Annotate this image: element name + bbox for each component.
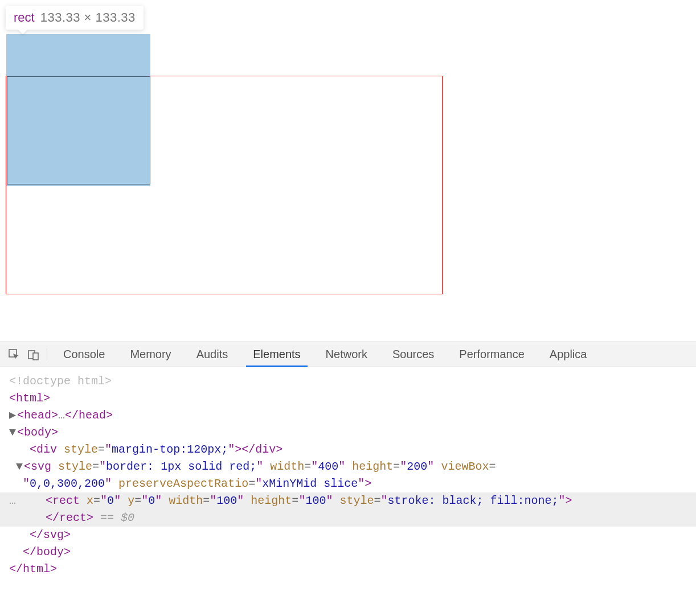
tab-memory[interactable]: Memory: [117, 342, 183, 367]
dom-line[interactable]: ▼<body>: [9, 424, 690, 441]
inspected-rect-highlight: [6, 34, 150, 186]
tooltip-tagname: rect: [14, 10, 35, 25]
tab-audits[interactable]: Audits: [184, 342, 241, 367]
dom-line[interactable]: "0,0,300,200" preserveAspectRatio="xMinY…: [9, 475, 690, 492]
dom-line[interactable]: ▼<svg style="border: 1px solid red;" wid…: [9, 458, 690, 475]
dom-selected-row[interactable]: … <rect x="0" y="0" width="100" height="…: [0, 492, 696, 527]
inspect-element-icon[interactable]: [5, 345, 24, 364]
dom-line[interactable]: </body>: [9, 544, 690, 561]
tab-elements[interactable]: Elements: [240, 342, 313, 367]
tab-network[interactable]: Network: [313, 342, 380, 367]
collapse-arrow-icon[interactable]: ▼: [9, 424, 17, 441]
tabbar-separator: [47, 348, 47, 361]
selected-node-marker: == $0: [93, 511, 134, 524]
app-root: rect 133.33 × 133.33 Console Memory Audi…: [0, 0, 696, 616]
dom-line[interactable]: <div style="margin-top:120px;"></div>: [9, 441, 690, 458]
svg-rect-2: [33, 353, 38, 360]
page-viewport: rect 133.33 × 133.33: [0, 0, 696, 342]
elements-dom-tree[interactable]: <!doctype html> <html> ▶<head>…</head> ▼…: [0, 367, 696, 616]
dom-line[interactable]: <!doctype html>: [9, 373, 690, 390]
inspector-tooltip: rect 133.33 × 133.33: [6, 6, 144, 30]
expand-arrow-icon[interactable]: ▶: [9, 407, 17, 424]
tab-sources[interactable]: Sources: [380, 342, 447, 367]
dom-line[interactable]: </svg>: [9, 527, 690, 544]
dom-line[interactable]: ▶<head>…</head>: [9, 407, 690, 424]
tab-application[interactable]: Applica: [537, 342, 600, 367]
dom-line[interactable]: </html>: [9, 561, 690, 578]
dom-line[interactable]: <html>: [9, 390, 690, 407]
devtools-panel: Console Memory Audits Elements Network S…: [0, 342, 696, 616]
tooltip-dimensions: 133.33 × 133.33: [40, 10, 136, 25]
collapse-arrow-icon[interactable]: ▼: [16, 458, 24, 475]
tab-console[interactable]: Console: [51, 342, 117, 367]
tab-performance[interactable]: Performance: [447, 342, 537, 367]
toggle-device-icon[interactable]: [24, 345, 43, 364]
overflow-ellipsis-icon: …: [9, 492, 16, 510]
devtools-tabbar: Console Memory Audits Elements Network S…: [0, 342, 696, 367]
